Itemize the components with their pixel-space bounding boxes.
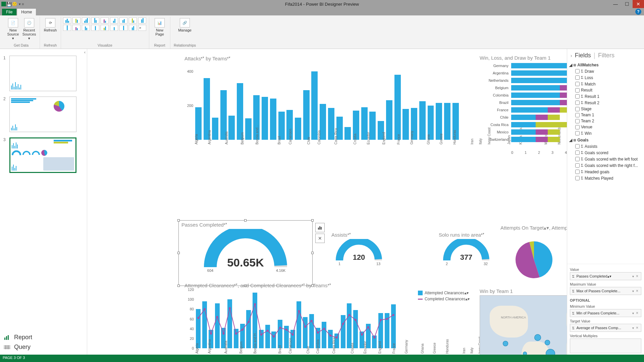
field-item[interactable]: ΣHeaded goals — [569, 169, 642, 175]
solo-runs-gauge[interactable]: Solo runs into area▴▾ 377 2 32 — [436, 231, 496, 267]
expand-pane-icon[interactable]: › — [571, 53, 572, 58]
delete-visual-icon[interactable]: ✕ — [315, 234, 325, 243]
svg-point-29 — [248, 321, 250, 323]
svg-point-32 — [267, 330, 269, 332]
new-source-button[interactable]: 📄New Source ▾ — [6, 17, 20, 41]
chevron-down-icon[interactable]: ▾ — [632, 326, 634, 330]
chart-title: Attacks▴▾ by Teams▴▾ — [184, 56, 460, 61]
field-checkbox[interactable] — [575, 176, 580, 180]
svg-point-28 — [241, 329, 244, 331]
close-button[interactable]: ✕ — [633, 0, 644, 8]
field-item[interactable]: Team 2 — [569, 118, 642, 124]
svg-rect-2 — [8, 335, 9, 340]
field-item[interactable]: Result — [569, 87, 642, 93]
svg-point-36 — [292, 334, 294, 336]
chevron-down-icon[interactable]: ▾ — [632, 311, 634, 315]
svg-text:13: 13 — [376, 262, 380, 266]
group-refresh: Refresh — [44, 43, 57, 48]
fields-pane: › Fields | Filters ◢⊞AllMatchesΣDrawΣLos… — [567, 49, 644, 355]
field-checkbox[interactable] — [575, 125, 580, 129]
field-group-allmatches[interactable]: ◢⊞AllMatches — [569, 63, 642, 67]
assists-gauge[interactable]: Assists▴▾ 120 1 13 — [329, 231, 389, 267]
remove-icon[interactable]: × — [635, 325, 639, 330]
field-item[interactable]: ΣGoals scored — [569, 149, 642, 156]
maximize-button[interactable]: ☐ — [621, 0, 633, 8]
field-item[interactable]: ΣWin — [569, 130, 642, 136]
page-thumbnail-2[interactable] — [9, 97, 76, 132]
clearances-chart[interactable]: Attempted Clearances▴▾, and Completed Cl… — [184, 283, 470, 355]
max-value-well[interactable]: ΣMax of Passes Complete...▾× — [570, 287, 641, 295]
wld-chart[interactable]: Win, Loss, and Draw by Team 1 Germany Ar… — [480, 55, 567, 159]
remove-icon[interactable]: × — [635, 311, 639, 315]
chart-title: Win by Team 1 — [480, 288, 567, 294]
vertical-multiples-well[interactable] — [570, 339, 641, 353]
nav-query[interactable]: Query — [3, 342, 32, 352]
help-icon[interactable]: ? — [635, 9, 641, 15]
target-value-well[interactable]: ΣAverage of Passes Comp...▾× — [570, 324, 641, 332]
attacks-chart[interactable]: Attacks▴▾ by Teams▴▾ 400 200 AlgeriaArge… — [184, 56, 460, 163]
field-checkbox[interactable] — [575, 157, 580, 161]
tab-home[interactable]: Home — [17, 9, 36, 15]
field-checkbox[interactable] — [575, 163, 580, 168]
field-checkbox[interactable] — [575, 131, 580, 135]
field-item[interactable]: ΣMatch — [569, 81, 642, 87]
field-checkbox[interactable] — [575, 150, 580, 155]
field-checkbox[interactable] — [575, 75, 580, 80]
filters-tab[interactable]: Filters — [598, 52, 614, 59]
page-thumbnail-3[interactable] — [9, 137, 76, 173]
field-checkbox[interactable] — [575, 144, 580, 148]
field-list[interactable]: ◢⊞AllMatchesΣDrawΣLossΣMatchResultΣResul… — [567, 61, 644, 264]
field-checkbox[interactable] — [575, 101, 580, 105]
remove-icon[interactable]: × — [635, 289, 639, 293]
field-item[interactable]: ΣAssists — [569, 143, 642, 149]
field-item[interactable]: Stage — [569, 106, 642, 112]
field-checkbox[interactable] — [575, 170, 580, 174]
fields-tab[interactable]: Fields — [575, 52, 591, 59]
manage-button[interactable]: 🔗Manage — [178, 17, 192, 32]
field-item[interactable]: ΣMatches Played — [569, 175, 642, 181]
nav-report[interactable]: Report — [3, 333, 32, 342]
remove-icon[interactable]: × — [635, 274, 639, 279]
field-item[interactable]: ΣLoss — [569, 74, 642, 81]
page-thumbnail-1[interactable] — [9, 56, 76, 91]
field-checkbox[interactable] — [575, 69, 580, 73]
min-value-well[interactable]: ΣMin of Passes Complete...▾× — [570, 309, 641, 317]
change-visual-icon[interactable] — [315, 223, 325, 232]
visualization-gallery[interactable]: ▸ — [63, 17, 147, 32]
field-checkbox[interactable] — [575, 119, 580, 123]
target-value-label: Target Value — [570, 319, 641, 323]
svg-point-37 — [298, 310, 300, 312]
passes-gauge[interactable]: Passes Completed▴▾ 50.65K 604 4.16K — [178, 220, 313, 286]
recent-sources-button[interactable]: 🕘Recent Sources ▾ — [22, 17, 36, 41]
field-checkbox[interactable] — [575, 107, 580, 111]
chevron-down-icon[interactable]: ▾ — [632, 275, 634, 278]
field-group-goals[interactable]: ◢⊞Goals — [569, 138, 642, 142]
group-report: Report — [154, 43, 165, 48]
collapse-thumbnails-icon[interactable]: ‹ — [84, 50, 86, 55]
field-checkbox[interactable] — [575, 88, 580, 93]
value-well[interactable]: ΣPasses Completed▴▾▾× — [570, 272, 641, 280]
field-item[interactable]: ΣResult 2 — [569, 100, 642, 106]
chevron-down-icon[interactable]: ▾ — [632, 289, 634, 293]
field-item[interactable]: Venue — [569, 124, 642, 130]
report-canvas[interactable]: Attacks▴▾ by Teams▴▾ 400 200 AlgeriaArge… — [87, 49, 567, 355]
new-page-button[interactable]: 📊New Page — [153, 17, 167, 36]
attempts-pie[interactable]: Attempts On Target▴▾, Attempts Off-Targe… — [500, 225, 567, 282]
field-item[interactable]: ΣResult 1 — [569, 93, 642, 100]
save-icon[interactable]: 💾 — [7, 2, 11, 6]
svg-rect-0 — [4, 338, 5, 340]
field-item[interactable]: ΣGoals scored with the left foot — [569, 156, 642, 162]
win-map[interactable]: Win by Team 1 NORTH AMERICA SOUTH AMERIC… — [480, 288, 567, 355]
field-checkbox[interactable] — [575, 82, 580, 86]
minimize-button[interactable]: — — [610, 0, 621, 8]
field-item[interactable]: ΣGoals scored with the right f... — [569, 162, 642, 169]
svg-text:50.65K: 50.65K — [227, 256, 264, 269]
field-item[interactable]: ΣDraw — [569, 68, 642, 74]
field-item[interactable]: Team 1 — [569, 112, 642, 118]
tab-file[interactable]: File — [2, 9, 16, 15]
field-checkbox[interactable] — [575, 94, 580, 99]
refresh-button[interactable]: ⟳Refresh — [43, 17, 57, 32]
svg-text:4.16K: 4.16K — [276, 268, 286, 273]
undo-icon[interactable]: 🙂 — [12, 2, 17, 6]
field-checkbox[interactable] — [575, 113, 580, 117]
